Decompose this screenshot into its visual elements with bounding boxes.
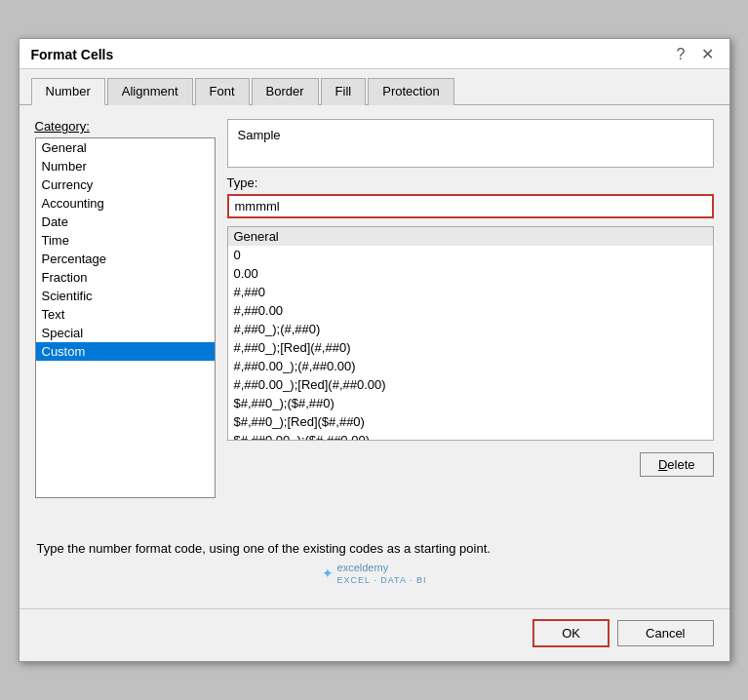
tab-content: Category: General Number Currency Accoun… [20,105,729,601]
watermark-text: ✦ exceldemy EXCEL · DATA · BI [322,562,427,585]
dialog-title: Format Cells [31,47,114,62]
format-item-accounting-4[interactable]: #,##0.00_);[Red](#,##0.00) [228,375,713,394]
format-listbox[interactable]: General 0 0.00 #,##0 #,##0.00 #,##0_);(#… [227,226,714,441]
watermark: ✦ exceldemy EXCEL · DATA · BI [35,556,714,587]
category-item-general[interactable]: General [36,138,215,157]
format-item-accounting-3[interactable]: #,##0.00_);(#,##0.00) [228,357,713,375]
type-input[interactable] [227,194,714,218]
format-item-0[interactable]: 0 [228,246,713,264]
format-item-general[interactable]: General [228,227,713,246]
title-bar-right: ? ✕ [673,47,718,62]
tabs-bar: Number Alignment Font Border Fill Protec… [20,69,729,105]
format-item-accounting-2[interactable]: #,##0_);[Red](#,##0) [228,338,713,357]
cancel-button[interactable]: Cancel [617,620,713,646]
sample-label: Sample [238,128,703,142]
watermark-brand: exceldemy EXCEL · DATA · BI [337,562,427,585]
tab-font[interactable]: Font [195,78,250,105]
tab-alignment[interactable]: Alignment [107,78,193,105]
close-button[interactable]: ✕ [697,47,718,62]
type-section: Type: [227,175,714,218]
category-item-custom[interactable]: Custom [36,342,215,361]
category-item-time[interactable]: Time [36,231,215,250]
help-button[interactable]: ? [673,47,689,62]
format-item-dollar-2[interactable]: $#,##0_);[Red]($#,##0) [228,412,713,431]
type-label: Type: [227,175,714,190]
format-item-dollar-1[interactable]: $#,##0_);($#,##0) [228,394,713,412]
tab-number[interactable]: Number [31,78,105,105]
delete-row: Delete [227,452,714,477]
category-section: Category: General Number Currency Accoun… [35,119,216,531]
tab-fill[interactable]: Fill [321,78,367,105]
hint-text: Type the number format code, using one o… [35,541,714,556]
category-item-accounting[interactable]: Accounting [36,194,215,213]
category-item-special[interactable]: Special [36,324,215,342]
right-panel: Sample Type: General 0 0.00 #,##0 #,##0.… [227,119,714,531]
tab-border[interactable]: Border [252,78,319,105]
sample-section: Sample [227,119,714,168]
logo-star-icon: ✦ [322,565,334,581]
format-item-hash-##0.00[interactable]: #,##0.00 [228,301,713,320]
category-item-currency[interactable]: Currency [36,175,215,194]
format-cells-dialog: Format Cells ? ✕ Number Alignment Font B… [19,38,730,662]
format-item-hash-##0[interactable]: #,##0 [228,283,713,301]
tab-protection[interactable]: Protection [368,78,454,105]
category-label: Category: [35,119,216,134]
delete-button[interactable]: Delete [640,452,714,477]
category-item-date[interactable]: Date [36,213,215,231]
title-bar-left: Format Cells [31,47,114,62]
category-item-number[interactable]: Number [36,157,215,175]
category-item-fraction[interactable]: Fraction [36,268,215,287]
category-item-text[interactable]: Text [36,305,215,324]
format-item-0.00[interactable]: 0.00 [228,264,713,283]
ok-button[interactable]: OK [532,619,610,647]
watermark-subtext: EXCEL · DATA · BI [337,575,427,585]
footer: OK Cancel [20,608,729,661]
title-bar: Format Cells ? ✕ [20,39,729,69]
format-item-dollar-3[interactable]: $#,##0.00_);($#,##0.00) [228,431,713,441]
category-item-percentage[interactable]: Percentage [36,250,215,268]
category-listbox[interactable]: General Number Currency Accounting Date … [35,137,216,498]
category-item-scientific[interactable]: Scientific [36,287,215,305]
format-item-accounting-1[interactable]: #,##0_);(#,##0) [228,320,713,338]
watermark-name: exceldemy [337,562,389,573]
main-body: Category: General Number Currency Accoun… [35,119,714,531]
